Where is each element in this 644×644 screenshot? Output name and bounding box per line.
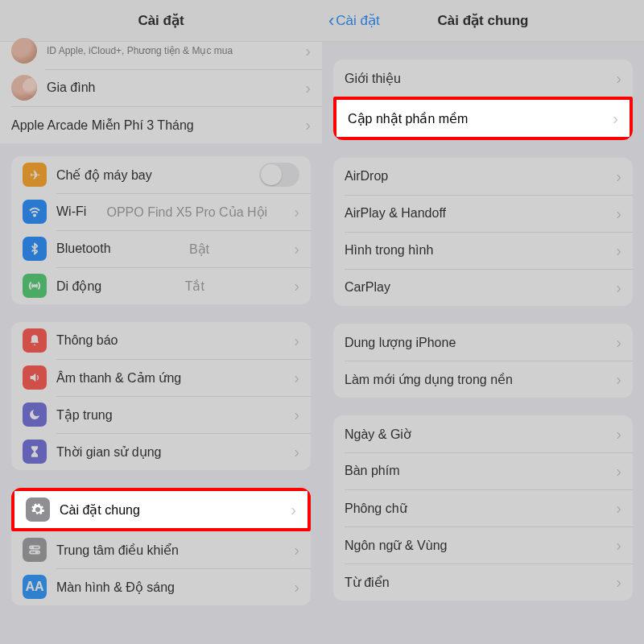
chevron-right-icon: › [287, 369, 299, 387]
chevron-right-icon: › [609, 536, 621, 555]
gear-icon [26, 497, 50, 522]
arcade-promo-row[interactable]: Apple Arcade Miễn Phí 3 Tháng › [0, 106, 322, 143]
chevron-right-icon: › [609, 425, 621, 444]
chevron-left-icon: ‹ [328, 12, 334, 30]
chevron-right-icon: › [609, 242, 621, 260]
airdrop-row[interactable]: AirDrop › [333, 158, 633, 195]
fonts-row[interactable]: Phông chữ › [333, 489, 633, 526]
chevron-right-icon: › [609, 462, 621, 481]
wifi-row[interactable]: Wi-Fi OPPO Find X5 Pro Của Hội › [11, 193, 311, 230]
storage-row[interactable]: Dung lượng iPhone › [333, 324, 633, 361]
software-update-label: Cập nhật phần mềm [348, 111, 468, 126]
pip-row[interactable]: Hình trong hình › [333, 232, 633, 269]
dictionary-row[interactable]: Từ điển › [333, 564, 633, 601]
software-update-row[interactable]: Cập nhật phần mềm › [336, 100, 630, 137]
back-button[interactable]: ‹ Cài đặt [328, 0, 380, 41]
speaker-icon [23, 365, 47, 390]
screentime-row[interactable]: Thời gian sử dụng › [11, 433, 311, 470]
wifi-detail: OPPO Find X5 Pro Của Hội [107, 204, 268, 220]
moon-icon [23, 402, 47, 427]
keyboard-label: Bàn phím [345, 464, 399, 478]
fonts-label: Phông chữ [345, 501, 407, 516]
notifications-label: Thông báo [56, 333, 118, 348]
chevron-right-icon: › [609, 370, 621, 389]
general-label: Cài đặt chung [60, 502, 140, 518]
svg-point-4 [31, 547, 33, 548]
chevron-right-icon: › [609, 573, 621, 592]
hourglass-icon [23, 440, 47, 464]
bluetooth-label: Bluetooth [56, 242, 111, 256]
cellular-icon [23, 274, 47, 298]
text-size-icon: AA [23, 575, 47, 599]
about-row[interactable]: Giới thiệu › [333, 60, 633, 97]
page-title: Cài đặt chung [438, 12, 529, 29]
svg-point-1 [34, 285, 35, 287]
airplane-label: Chế độ máy bay [56, 167, 152, 183]
display-row[interactable]: AA Màn hình & Độ sáng › [11, 568, 311, 605]
family-row[interactable]: Gia đình › [0, 69, 322, 106]
bell-icon [23, 328, 47, 353]
switches-icon [23, 538, 47, 562]
chevron-right-icon: › [287, 203, 299, 221]
chevron-right-icon: › [609, 167, 621, 186]
chevron-right-icon: › [609, 333, 621, 352]
cellular-row[interactable]: Di động Tắt › [11, 267, 311, 304]
pip-label: Hình trong hình [345, 243, 433, 258]
carplay-label: CarPlay [345, 280, 390, 295]
focus-label: Tập trung [56, 407, 113, 423]
settings-pane: Cài đặt ID Apple, iCloud+, Phương tiện &… [0, 0, 322, 644]
cellular-label: Di động [56, 279, 101, 294]
chevron-right-icon: › [609, 204, 621, 223]
arcade-label: Apple Arcade Miễn Phí 3 Tháng [11, 118, 194, 133]
chevron-right-icon: › [287, 240, 299, 258]
wifi-label: Wi-Fi [56, 204, 86, 219]
dictionary-label: Từ điển [345, 575, 390, 590]
header: ‹ Cài đặt Cài đặt chung [322, 0, 644, 42]
chevron-right-icon: › [606, 109, 618, 128]
date-time-label: Ngày & Giờ [345, 427, 411, 442]
airplane-mode-row[interactable]: ✈ Chế độ máy bay [11, 156, 311, 193]
chevron-right-icon: › [609, 69, 621, 88]
chevron-right-icon: › [287, 541, 299, 559]
general-row[interactable]: Cài đặt chung › [14, 491, 308, 528]
keyboard-row[interactable]: Bàn phím › [333, 452, 633, 489]
svg-point-5 [36, 551, 38, 553]
language-row[interactable]: Ngôn ngữ & Vùng › [333, 526, 633, 564]
airdrop-label: AirDrop [345, 169, 388, 184]
back-label: Cài đặt [336, 12, 379, 29]
screentime-label: Thời gian sử dụng [56, 444, 162, 460]
apple-id-subtitle: ID Apple, iCloud+, Phương tiện & Mục mua [47, 45, 233, 56]
avatar-icon [11, 38, 37, 64]
bluetooth-detail: Bật [189, 242, 209, 257]
cellular-detail: Tắt [185, 279, 204, 294]
bluetooth-icon [23, 237, 47, 261]
storage-label: Dung lượng iPhone [345, 335, 456, 350]
background-refresh-row[interactable]: Làm mới ứng dụng trong nền › [333, 361, 633, 398]
svg-point-0 [34, 214, 35, 216]
background-refresh-label: Làm mới ứng dụng trong nền [345, 372, 513, 387]
carplay-row[interactable]: CarPlay › [333, 269, 633, 306]
language-label: Ngôn ngữ & Vùng [345, 538, 447, 553]
sounds-row[interactable]: Âm thanh & Cảm ứng › [11, 359, 311, 396]
focus-row[interactable]: Tập trung › [11, 396, 311, 433]
control-center-row[interactable]: Trung tâm điều khiển › [11, 531, 311, 568]
chevron-right-icon: › [287, 578, 299, 597]
chevron-right-icon: › [284, 501, 296, 519]
date-time-row[interactable]: Ngày & Giờ › [333, 415, 633, 452]
bluetooth-row[interactable]: Bluetooth Bật › [11, 230, 311, 267]
airplay-label: AirPlay & Handoff [345, 206, 446, 221]
notifications-row[interactable]: Thông báo › [11, 322, 311, 359]
page-title: Cài đặt [138, 12, 184, 29]
control-center-label: Trung tâm điều khiển [56, 543, 179, 558]
airplay-row[interactable]: AirPlay & Handoff › [333, 195, 633, 232]
chevron-right-icon: › [299, 79, 311, 97]
chevron-right-icon: › [299, 116, 311, 134]
chevron-right-icon: › [287, 277, 299, 295]
chevron-right-icon: › [299, 42, 311, 60]
chevron-right-icon: › [609, 499, 621, 518]
general-pane: ‹ Cài đặt Cài đặt chung Giới thiệu › Cập… [322, 0, 644, 644]
chevron-right-icon: › [287, 332, 299, 350]
wifi-icon [23, 200, 47, 224]
airplane-toggle[interactable] [259, 163, 299, 187]
apple-id-row[interactable]: ID Apple, iCloud+, Phương tiện & Mục mua… [0, 32, 322, 69]
